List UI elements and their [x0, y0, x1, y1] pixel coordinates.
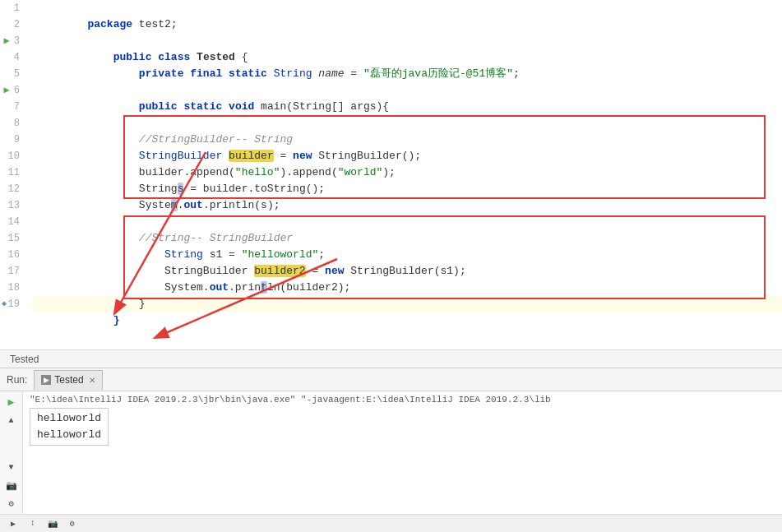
line-num-6: ▶ 6 [0, 82, 26, 99]
file-tab-tested[interactable]: Tested [7, 354, 42, 365]
output-box: helloworld helloworld [30, 408, 109, 446]
run-tab-name: Tested [54, 374, 83, 386]
code-line-3: public class Tested { [33, 33, 782, 49]
line-num-1: 1 [0, 0, 26, 16]
bottom-status-bar: ▶ ↕ 📷 ⚙ [0, 514, 782, 532]
line-num-10: 10 [0, 148, 26, 164]
line-num-16: 16 [0, 247, 26, 263]
run-content: ▶ ▲ ▼ 📷 ⚙ "E:\idea\IntelliJ IDEA 2019.2.… [0, 391, 782, 514]
status-icon-run[interactable]: ▶ [7, 517, 20, 530]
editor-area: 1 2 ▶ 3 4 5 ▶ 6 7 8 9 10 11 12 13 14 15 … [0, 0, 782, 368]
line-num-3: ▶ 3 [0, 33, 26, 49]
line-num-7: 7 [0, 99, 26, 115]
status-icons: ▶ ↕ 📷 ⚙ [7, 517, 79, 530]
code-lines-container[interactable]: package test2; public class Tested { pri… [33, 0, 782, 349]
line-numbers: 1 2 ▶ 3 4 5 ▶ 6 7 8 9 10 11 12 13 14 15 … [0, 0, 33, 349]
run-output: "E:\idea\IntelliJ IDEA 2019.2.3\jbr\bin\… [23, 391, 782, 514]
line-num-8: 8 [0, 115, 26, 132]
run-camera-icon[interactable]: 📷 [4, 478, 19, 493]
status-icon-settings[interactable]: ⚙ [66, 517, 79, 530]
run-tab-tested[interactable]: ▶ Tested ✕ [34, 370, 102, 390]
run-tabs: Run: ▶ Tested ✕ [0, 368, 782, 391]
line-num-9: 9 [0, 132, 26, 148]
run-scroll-down[interactable]: ▼ [4, 460, 19, 474]
bookmark-icon-19: ◆ [2, 296, 7, 312]
line-num-19: ◆ 19 [0, 296, 26, 312]
run-scroll-up[interactable]: ▲ [4, 413, 19, 428]
run-label: Run: [7, 374, 27, 386]
line-num-18: 18 [0, 280, 26, 296]
line-num-5: 5 [0, 66, 26, 82]
output-line-2: helloworld [37, 427, 101, 443]
code-line-14: //String-- StringBuilder [33, 214, 782, 230]
line-num-17: 17 [0, 263, 26, 280]
code-line-6: public static void main(String[] args){ [33, 82, 782, 99]
line-num-14: 14 [0, 214, 26, 230]
code-line-19: } [33, 296, 782, 312]
line-num-13: 13 [0, 197, 26, 214]
line-num-15: 15 [0, 230, 26, 247]
line-num-4: 4 [0, 49, 26, 66]
file-tab-bar: Tested [0, 349, 782, 368]
run-panel: Run: ▶ Tested ✕ ▶ ▲ ▼ 📷 ⚙ "E:\idea\Intel… [0, 368, 782, 532]
run-arrow-3: ▶ [2, 36, 12, 46]
line-num-12: 12 [0, 181, 26, 197]
code-container: 1 2 ▶ 3 4 5 ▶ 6 7 8 9 10 11 12 13 14 15 … [0, 0, 782, 349]
run-play-button[interactable]: ▶ [4, 395, 19, 409]
run-cmd-line: "E:\idea\IntelliJ IDEA 2019.2.3\jbr\bin\… [30, 395, 775, 405]
line-num-11: 11 [0, 164, 26, 181]
code-line-8: //StringBuilder-- String [33, 115, 782, 132]
status-icon-camera[interactable]: 📷 [46, 517, 59, 530]
status-icon-scroll[interactable]: ↕ [26, 517, 39, 530]
run-sidebar: ▶ ▲ ▼ 📷 ⚙ [0, 391, 23, 514]
run-settings-icon[interactable]: ⚙ [4, 496, 19, 511]
code-line-1: package test2; [33, 0, 782, 16]
output-line-1: helloworld [37, 410, 101, 427]
run-tab-close[interactable]: ✕ [89, 376, 95, 385]
token-kw-package: package [87, 18, 132, 30]
run-tab-icon: ▶ [41, 375, 51, 385]
line-num-2: 2 [0, 16, 26, 33]
run-arrow-6: ▶ [2, 86, 12, 95]
